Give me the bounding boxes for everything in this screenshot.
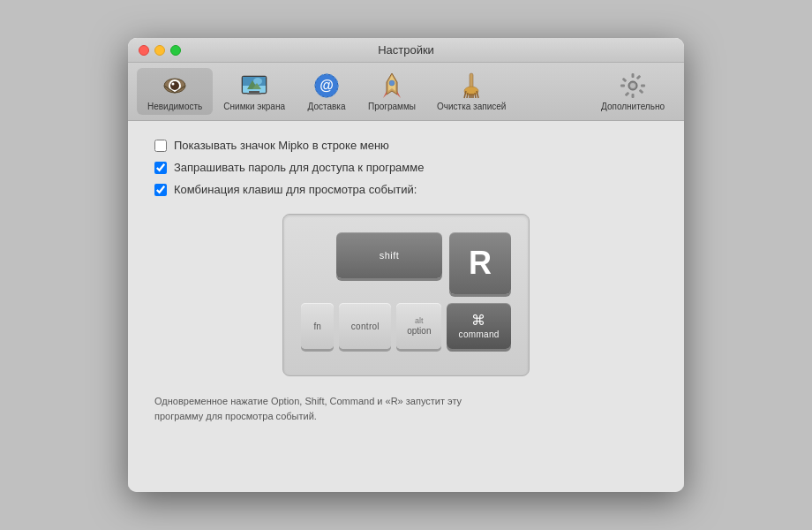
key-fn: fn (301, 303, 334, 349)
checkbox-label-3: Комбинация клавиш для просмотра событий: (174, 183, 417, 196)
toolbar: Невидимость Снимки экрана (128, 63, 684, 121)
svg-rect-34 (632, 94, 635, 98)
svg-rect-35 (620, 85, 625, 87)
toolbar-item-programs[interactable]: Программы (357, 68, 426, 115)
svg-point-2 (170, 81, 179, 90)
svg-point-3 (172, 83, 175, 86)
checkbox-label-1: Показывать значок Mipko в строке меню (174, 139, 389, 152)
svg-rect-38 (625, 92, 630, 97)
window-title: Настройки (378, 43, 434, 57)
key-r: R (449, 232, 511, 294)
traffic-lights (139, 45, 181, 56)
titlebar: Настройки (128, 38, 684, 63)
checkbox-row-3: Комбинация клавиш для просмотра событий: (154, 183, 658, 196)
toolbar-item-advanced[interactable]: Дополнительно (590, 68, 675, 115)
toolbar-item-invisibility[interactable]: Невидимость (137, 68, 213, 115)
toolbar-label-cleanup: Очистка записей (437, 102, 506, 111)
svg-rect-36 (641, 85, 645, 87)
key-row-1: shift R (301, 232, 511, 294)
checkbox-mipko-icon[interactable] (154, 140, 167, 152)
close-button[interactable] (139, 45, 149, 56)
svg-rect-33 (632, 73, 635, 78)
checkbox-row-1: Показывать значок Mipko в строке меню (154, 139, 658, 152)
svg-rect-37 (636, 75, 642, 80)
invisibility-icon (161, 72, 189, 100)
svg-line-25 (467, 93, 468, 98)
svg-point-21 (389, 80, 395, 86)
maximize-button[interactable] (170, 45, 181, 56)
toolbar-item-cleanup[interactable]: Очистка записей (426, 68, 516, 115)
main-window: Настройки Невидимость (128, 38, 684, 492)
toolbar-label-programs: Программы (368, 102, 416, 111)
minimize-button[interactable] (154, 45, 165, 56)
toolbar-item-screenshots[interactable]: Снимки экрана (213, 68, 296, 115)
svg-point-32 (630, 83, 635, 88)
toolbar-label-screenshots: Снимки экрана (223, 102, 285, 111)
toolbar-label-invisibility: Невидимость (147, 102, 202, 111)
toolbar-label-delivery: Доставка (308, 102, 346, 111)
content-area: Показывать значок Mipko в строке меню За… (128, 121, 684, 492)
checkbox-row-2: Запрашивать пароль для доступа к програм… (154, 161, 658, 174)
toolbar-label-advanced: Дополнительно (601, 102, 665, 111)
key-control: control (339, 303, 391, 349)
key-row-2: fn control alt option ⌘ command (301, 303, 511, 349)
advanced-icon (619, 72, 647, 100)
svg-rect-11 (247, 93, 261, 95)
cleanup-icon (457, 72, 485, 100)
checkbox-label-2: Запрашивать пароль для доступа к програм… (174, 161, 424, 174)
description-text: Одновременное нажатие Option, Shift, Com… (154, 394, 508, 423)
checkbox-password[interactable] (154, 162, 167, 174)
svg-rect-10 (249, 91, 259, 93)
svg-point-9 (253, 78, 262, 85)
svg-rect-40 (639, 89, 644, 95)
programs-icon (378, 72, 406, 100)
key-alt-option: alt option (396, 303, 441, 349)
svg-line-29 (475, 93, 476, 98)
svg-text:@: @ (320, 78, 334, 93)
svg-marker-20 (397, 91, 401, 98)
svg-marker-19 (383, 91, 387, 98)
delivery-icon: @ (312, 72, 341, 100)
keyboard-shortcut-display: shift R fn control alt option (282, 214, 530, 376)
key-command: ⌘ command (447, 303, 511, 349)
checkbox-hotkey[interactable] (154, 184, 167, 196)
screenshots-icon (240, 72, 268, 100)
key-shift: shift (336, 232, 442, 278)
svg-rect-39 (622, 78, 628, 83)
toolbar-item-delivery[interactable]: @ Доставка (296, 68, 357, 115)
